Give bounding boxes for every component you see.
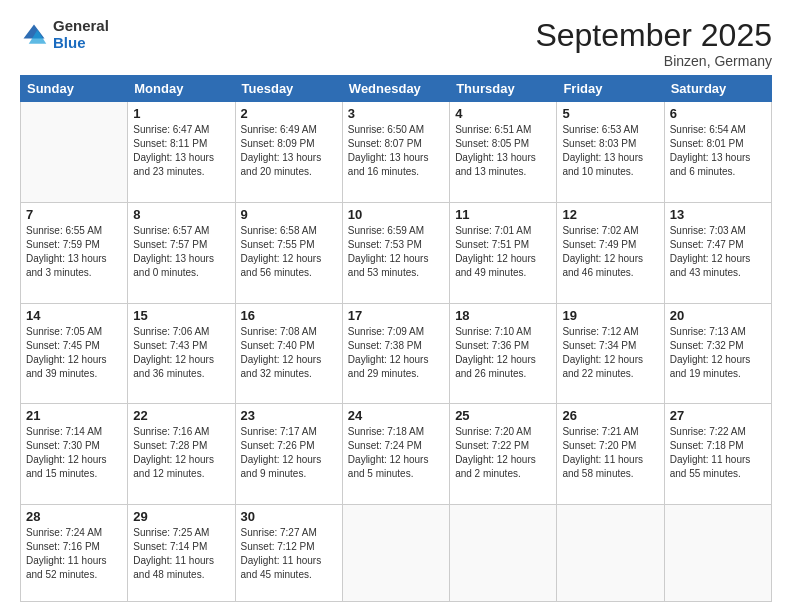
col-tuesday: Tuesday bbox=[235, 76, 342, 102]
day-number: 29 bbox=[133, 509, 229, 524]
table-row: 14Sunrise: 7:05 AM Sunset: 7:45 PM Dayli… bbox=[21, 303, 128, 404]
day-number: 2 bbox=[241, 106, 337, 121]
table-row: 27Sunrise: 7:22 AM Sunset: 7:18 PM Dayli… bbox=[664, 404, 771, 505]
day-number: 5 bbox=[562, 106, 658, 121]
day-info: Sunrise: 7:08 AM Sunset: 7:40 PM Dayligh… bbox=[241, 325, 337, 381]
logo-blue: Blue bbox=[53, 35, 109, 52]
day-info: Sunrise: 7:09 AM Sunset: 7:38 PM Dayligh… bbox=[348, 325, 444, 381]
logo-text: General Blue bbox=[53, 18, 109, 51]
table-row bbox=[450, 504, 557, 601]
table-row: 7Sunrise: 6:55 AM Sunset: 7:59 PM Daylig… bbox=[21, 202, 128, 303]
day-info: Sunrise: 6:50 AM Sunset: 8:07 PM Dayligh… bbox=[348, 123, 444, 179]
col-monday: Monday bbox=[128, 76, 235, 102]
table-row: 22Sunrise: 7:16 AM Sunset: 7:28 PM Dayli… bbox=[128, 404, 235, 505]
logo-general: General bbox=[53, 18, 109, 35]
calendar-header-row: Sunday Monday Tuesday Wednesday Thursday… bbox=[21, 76, 772, 102]
title-block: September 2025 Binzen, Germany bbox=[535, 18, 772, 69]
day-number: 18 bbox=[455, 308, 551, 323]
day-number: 1 bbox=[133, 106, 229, 121]
day-info: Sunrise: 7:16 AM Sunset: 7:28 PM Dayligh… bbox=[133, 425, 229, 481]
day-number: 20 bbox=[670, 308, 766, 323]
day-info: Sunrise: 6:59 AM Sunset: 7:53 PM Dayligh… bbox=[348, 224, 444, 280]
table-row: 11Sunrise: 7:01 AM Sunset: 7:51 PM Dayli… bbox=[450, 202, 557, 303]
day-info: Sunrise: 7:03 AM Sunset: 7:47 PM Dayligh… bbox=[670, 224, 766, 280]
day-info: Sunrise: 7:21 AM Sunset: 7:20 PM Dayligh… bbox=[562, 425, 658, 481]
table-row: 6Sunrise: 6:54 AM Sunset: 8:01 PM Daylig… bbox=[664, 102, 771, 203]
day-number: 13 bbox=[670, 207, 766, 222]
table-row: 20Sunrise: 7:13 AM Sunset: 7:32 PM Dayli… bbox=[664, 303, 771, 404]
day-number: 4 bbox=[455, 106, 551, 121]
day-info: Sunrise: 7:12 AM Sunset: 7:34 PM Dayligh… bbox=[562, 325, 658, 381]
table-row: 8Sunrise: 6:57 AM Sunset: 7:57 PM Daylig… bbox=[128, 202, 235, 303]
table-row: 9Sunrise: 6:58 AM Sunset: 7:55 PM Daylig… bbox=[235, 202, 342, 303]
page: General Blue September 2025 Binzen, Germ… bbox=[0, 0, 792, 612]
day-number: 9 bbox=[241, 207, 337, 222]
day-info: Sunrise: 7:14 AM Sunset: 7:30 PM Dayligh… bbox=[26, 425, 122, 481]
table-row: 17Sunrise: 7:09 AM Sunset: 7:38 PM Dayli… bbox=[342, 303, 449, 404]
col-friday: Friday bbox=[557, 76, 664, 102]
day-number: 6 bbox=[670, 106, 766, 121]
day-info: Sunrise: 7:13 AM Sunset: 7:32 PM Dayligh… bbox=[670, 325, 766, 381]
table-row: 15Sunrise: 7:06 AM Sunset: 7:43 PM Dayli… bbox=[128, 303, 235, 404]
day-info: Sunrise: 7:20 AM Sunset: 7:22 PM Dayligh… bbox=[455, 425, 551, 481]
day-info: Sunrise: 7:01 AM Sunset: 7:51 PM Dayligh… bbox=[455, 224, 551, 280]
day-info: Sunrise: 6:57 AM Sunset: 7:57 PM Dayligh… bbox=[133, 224, 229, 280]
table-row: 4Sunrise: 6:51 AM Sunset: 8:05 PM Daylig… bbox=[450, 102, 557, 203]
table-row: 29Sunrise: 7:25 AM Sunset: 7:14 PM Dayli… bbox=[128, 504, 235, 601]
col-thursday: Thursday bbox=[450, 76, 557, 102]
col-saturday: Saturday bbox=[664, 76, 771, 102]
day-number: 3 bbox=[348, 106, 444, 121]
day-info: Sunrise: 7:17 AM Sunset: 7:26 PM Dayligh… bbox=[241, 425, 337, 481]
day-number: 21 bbox=[26, 408, 122, 423]
day-info: Sunrise: 6:55 AM Sunset: 7:59 PM Dayligh… bbox=[26, 224, 122, 280]
day-number: 12 bbox=[562, 207, 658, 222]
day-number: 26 bbox=[562, 408, 658, 423]
day-number: 8 bbox=[133, 207, 229, 222]
table-row: 21Sunrise: 7:14 AM Sunset: 7:30 PM Dayli… bbox=[21, 404, 128, 505]
day-info: Sunrise: 7:22 AM Sunset: 7:18 PM Dayligh… bbox=[670, 425, 766, 481]
day-number: 14 bbox=[26, 308, 122, 323]
day-number: 23 bbox=[241, 408, 337, 423]
table-row: 23Sunrise: 7:17 AM Sunset: 7:26 PM Dayli… bbox=[235, 404, 342, 505]
table-row: 25Sunrise: 7:20 AM Sunset: 7:22 PM Dayli… bbox=[450, 404, 557, 505]
col-wednesday: Wednesday bbox=[342, 76, 449, 102]
day-number: 25 bbox=[455, 408, 551, 423]
table-row: 18Sunrise: 7:10 AM Sunset: 7:36 PM Dayli… bbox=[450, 303, 557, 404]
day-info: Sunrise: 6:49 AM Sunset: 8:09 PM Dayligh… bbox=[241, 123, 337, 179]
day-info: Sunrise: 7:27 AM Sunset: 7:12 PM Dayligh… bbox=[241, 526, 337, 582]
table-row: 1Sunrise: 6:47 AM Sunset: 8:11 PM Daylig… bbox=[128, 102, 235, 203]
day-number: 15 bbox=[133, 308, 229, 323]
day-info: Sunrise: 6:53 AM Sunset: 8:03 PM Dayligh… bbox=[562, 123, 658, 179]
day-info: Sunrise: 7:06 AM Sunset: 7:43 PM Dayligh… bbox=[133, 325, 229, 381]
day-info: Sunrise: 6:47 AM Sunset: 8:11 PM Dayligh… bbox=[133, 123, 229, 179]
table-row: 10Sunrise: 6:59 AM Sunset: 7:53 PM Dayli… bbox=[342, 202, 449, 303]
table-row bbox=[21, 102, 128, 203]
table-row: 24Sunrise: 7:18 AM Sunset: 7:24 PM Dayli… bbox=[342, 404, 449, 505]
table-row bbox=[557, 504, 664, 601]
table-row bbox=[664, 504, 771, 601]
day-number: 24 bbox=[348, 408, 444, 423]
table-row: 13Sunrise: 7:03 AM Sunset: 7:47 PM Dayli… bbox=[664, 202, 771, 303]
table-row bbox=[342, 504, 449, 601]
table-row: 5Sunrise: 6:53 AM Sunset: 8:03 PM Daylig… bbox=[557, 102, 664, 203]
table-row: 26Sunrise: 7:21 AM Sunset: 7:20 PM Dayli… bbox=[557, 404, 664, 505]
day-number: 28 bbox=[26, 509, 122, 524]
day-number: 10 bbox=[348, 207, 444, 222]
calendar-table: Sunday Monday Tuesday Wednesday Thursday… bbox=[20, 75, 772, 602]
day-number: 16 bbox=[241, 308, 337, 323]
table-row: 30Sunrise: 7:27 AM Sunset: 7:12 PM Dayli… bbox=[235, 504, 342, 601]
day-number: 30 bbox=[241, 509, 337, 524]
day-info: Sunrise: 7:24 AM Sunset: 7:16 PM Dayligh… bbox=[26, 526, 122, 582]
day-number: 27 bbox=[670, 408, 766, 423]
logo: General Blue bbox=[20, 18, 109, 51]
table-row: 16Sunrise: 7:08 AM Sunset: 7:40 PM Dayli… bbox=[235, 303, 342, 404]
day-number: 19 bbox=[562, 308, 658, 323]
table-row: 12Sunrise: 7:02 AM Sunset: 7:49 PM Dayli… bbox=[557, 202, 664, 303]
day-info: Sunrise: 7:10 AM Sunset: 7:36 PM Dayligh… bbox=[455, 325, 551, 381]
calendar-title: September 2025 bbox=[535, 18, 772, 53]
day-number: 17 bbox=[348, 308, 444, 323]
table-row: 28Sunrise: 7:24 AM Sunset: 7:16 PM Dayli… bbox=[21, 504, 128, 601]
day-info: Sunrise: 7:05 AM Sunset: 7:45 PM Dayligh… bbox=[26, 325, 122, 381]
calendar-subtitle: Binzen, Germany bbox=[535, 53, 772, 69]
day-info: Sunrise: 6:58 AM Sunset: 7:55 PM Dayligh… bbox=[241, 224, 337, 280]
